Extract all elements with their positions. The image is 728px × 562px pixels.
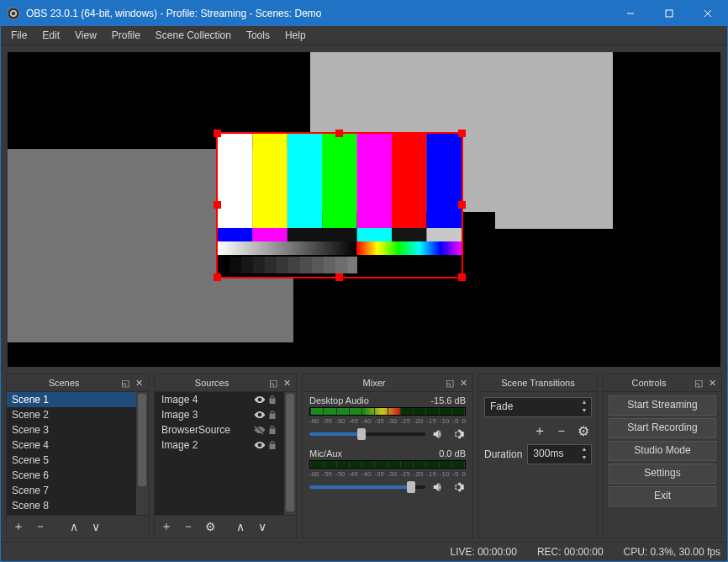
mute-button[interactable] xyxy=(430,427,446,442)
svg-rect-3 xyxy=(666,10,673,17)
remove-transition-button[interactable]: － xyxy=(553,422,570,439)
resize-handle-n[interactable] xyxy=(335,130,343,137)
scene-row[interactable]: Scene 8 xyxy=(7,498,136,513)
undock-icon[interactable]: ◱ xyxy=(119,378,132,389)
move-source-down-button[interactable]: ∨ xyxy=(254,518,271,535)
resize-handle-nw[interactable] xyxy=(214,130,221,137)
scene-row[interactable]: Scene 4 xyxy=(7,437,136,453)
channel-name: Desktop Audio xyxy=(309,395,369,406)
scene-row[interactable]: Scene 5 xyxy=(7,453,136,468)
menu-view[interactable]: View xyxy=(68,28,103,43)
close-icon[interactable]: ✕ xyxy=(132,378,145,389)
app-window: OBS 23.0.1 (64-bit, windows) - Profile: … xyxy=(0,0,728,562)
resize-handle-sw[interactable] xyxy=(214,273,221,281)
mixer-header[interactable]: Mixer ◱ ✕ xyxy=(303,374,472,392)
resize-handle-w[interactable] xyxy=(214,201,221,209)
resize-handle-e[interactable] xyxy=(458,201,466,209)
source-name: BrowserSource xyxy=(158,424,254,436)
channel-settings-button[interactable] xyxy=(451,480,466,495)
menu-help[interactable]: Help xyxy=(278,28,313,43)
scenes-header[interactable]: Scenes ◱ ✕ xyxy=(7,374,148,392)
channel-name: Mic/Aux xyxy=(309,448,342,459)
exit-button[interactable]: Exit xyxy=(609,486,716,506)
lock-toggle-icon[interactable] xyxy=(267,410,281,420)
sources-list[interactable]: Image 4Image 3BrowserSourceImage 2 xyxy=(155,392,284,515)
transition-select[interactable]: Fade ▲▼ xyxy=(484,397,592,417)
level-meter xyxy=(309,460,466,469)
menu-profile[interactable]: Profile xyxy=(105,28,147,43)
scenes-list[interactable]: Scene 1Scene 2Scene 3Scene 4Scene 5Scene… xyxy=(7,392,136,515)
svg-rect-24 xyxy=(229,257,241,273)
transition-properties-button[interactable]: ⚙ xyxy=(575,422,592,439)
source-row[interactable]: Image 3 xyxy=(155,407,284,422)
duration-input[interactable]: 300ms ▲▼ xyxy=(527,444,592,464)
menu-tools[interactable]: Tools xyxy=(240,28,277,43)
scene-row[interactable]: Scene 7 xyxy=(7,483,136,498)
close-icon[interactable]: ✕ xyxy=(456,378,470,389)
source-properties-button[interactable]: ⚙ xyxy=(202,518,219,535)
move-scene-up-button[interactable]: ∧ xyxy=(66,518,82,535)
add-scene-button[interactable]: ＋ xyxy=(10,518,27,535)
visibility-toggle-icon[interactable] xyxy=(254,439,267,451)
chevron-up-icon[interactable]: ▲ xyxy=(579,399,589,407)
visibility-toggle-icon[interactable] xyxy=(254,424,267,436)
chevron-up-icon[interactable]: ▲ xyxy=(579,446,589,454)
scene-row[interactable]: Scene 3 xyxy=(7,422,136,437)
controls-header[interactable]: Controls ◱ ✕ xyxy=(604,374,721,392)
settings-button[interactable]: Settings xyxy=(609,464,716,484)
source-row[interactable]: BrowserSource xyxy=(155,422,284,437)
source-row[interactable]: Image 4 xyxy=(155,392,284,407)
scenes-panel: Scenes ◱ ✕ Scene 1Scene 2Scene 3Scene 4S… xyxy=(6,374,149,538)
menu-scene-collection[interactable]: Scene Collection xyxy=(149,28,238,43)
sources-scrollbar[interactable] xyxy=(284,392,296,515)
undock-icon[interactable]: ◱ xyxy=(692,378,705,389)
chevron-down-icon[interactable]: ▼ xyxy=(579,407,589,416)
move-source-up-button[interactable]: ∧ xyxy=(232,518,249,535)
lock-toggle-icon[interactable] xyxy=(267,425,281,435)
volume-slider[interactable] xyxy=(309,485,425,489)
remove-source-button[interactable]: － xyxy=(180,518,197,535)
sources-header[interactable]: Sources ◱ ✕ xyxy=(155,374,296,392)
visibility-toggle-icon[interactable] xyxy=(254,394,267,406)
remove-scene-button[interactable]: － xyxy=(32,518,49,535)
close-icon[interactable]: ✕ xyxy=(280,378,293,389)
mixer-channel: Desktop Audio-15.6 dB-60-55-50-45-40-35-… xyxy=(309,395,466,447)
resize-handle-s[interactable] xyxy=(335,273,343,281)
lock-toggle-icon[interactable] xyxy=(267,395,281,405)
add-transition-button[interactable]: ＋ xyxy=(531,422,548,439)
scene-row[interactable]: Scene 1 xyxy=(7,392,136,407)
start-streaming-button[interactable]: Start Streaming xyxy=(609,395,716,416)
duration-label: Duration xyxy=(484,448,522,460)
resize-handle-ne[interactable] xyxy=(458,130,466,137)
maximize-button[interactable] xyxy=(650,1,688,26)
move-scene-down-button[interactable]: ∨ xyxy=(87,518,104,535)
scene-row[interactable]: Scene 2 xyxy=(7,407,136,422)
menu-file[interactable]: File xyxy=(4,28,34,43)
channel-settings-button[interactable] xyxy=(451,427,466,442)
minimize-button[interactable] xyxy=(611,1,650,26)
chevron-down-icon[interactable]: ▼ xyxy=(579,454,589,463)
preview-canvas[interactable] xyxy=(8,52,720,367)
start-recording-button[interactable]: Start Recording xyxy=(609,418,716,438)
mute-button[interactable] xyxy=(430,480,446,495)
visibility-toggle-icon[interactable] xyxy=(254,409,267,421)
close-button[interactable] xyxy=(688,1,727,26)
channel-db: 0.0 dB xyxy=(439,448,466,459)
add-source-button[interactable]: ＋ xyxy=(158,518,175,535)
resize-handle-se[interactable] xyxy=(458,273,466,281)
controls-panel: Controls ◱ ✕ Start StreamingStart Record… xyxy=(603,374,722,538)
scenes-scrollbar[interactable] xyxy=(136,392,148,515)
menu-edit[interactable]: Edit xyxy=(35,28,66,43)
transitions-header[interactable]: Scene Transitions xyxy=(479,374,597,392)
lock-toggle-icon[interactable] xyxy=(267,440,281,450)
close-icon[interactable]: ✕ xyxy=(705,378,719,389)
preview-selected-source[interactable] xyxy=(216,132,463,278)
volume-slider[interactable] xyxy=(309,432,425,436)
svg-rect-19 xyxy=(426,228,462,241)
source-row[interactable]: Image 2 xyxy=(155,437,284,453)
scene-row[interactable]: Scene 6 xyxy=(7,468,136,483)
undock-icon[interactable]: ◱ xyxy=(443,378,456,389)
studio-mode-button[interactable]: Studio Mode xyxy=(609,441,716,461)
svg-rect-7 xyxy=(252,134,287,228)
undock-icon[interactable]: ◱ xyxy=(266,378,280,389)
